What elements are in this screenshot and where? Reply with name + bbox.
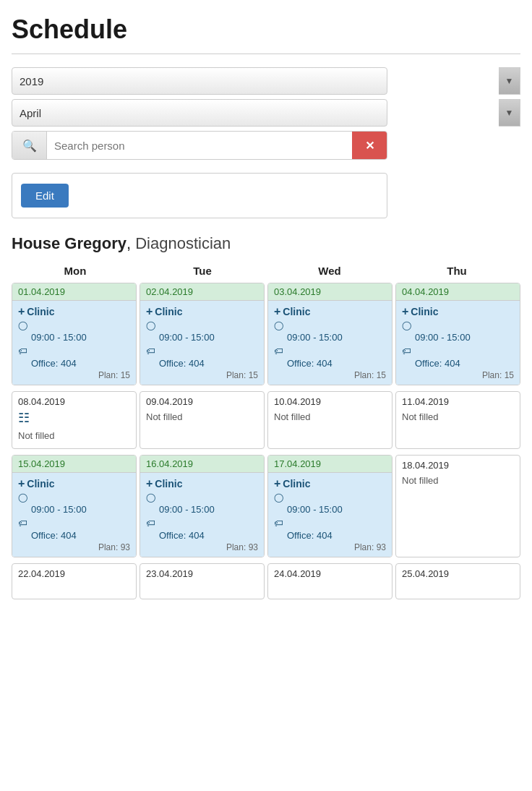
office-row-03-04: 🏷 [274,346,386,356]
clinic-15-04: + Clinic [18,477,130,490]
date-17-04: 17.04.2019 [274,458,386,469]
cell-15-04[interactable]: 15.04.2019 + Clinic ◯ 09:00 - 15:00 🏷 Of… [12,455,137,557]
cell-08-04[interactable]: 08.04.2019 ☷ Not filled [12,391,137,449]
cell-02-04[interactable]: 02.04.2019 + Clinic ◯ 09:00 - 15:00 🏷 Of… [140,283,265,385]
month-select-arrow: ▼ [499,99,520,127]
not-filled-11-04: Not filled [402,411,514,422]
cell-24-04[interactable]: 24.04.2019 [267,563,392,599]
time-row-03-04: ◯ [274,320,386,330]
office-16-04: Office: 404 [146,530,258,541]
date-04-04: 04.04.2019 [402,286,514,297]
plan-01-04: Plan: 15 [18,370,130,380]
time-row-17-04: ◯ [274,492,386,503]
search-input[interactable] [47,132,352,159]
edit-button[interactable]: Edit [21,184,69,208]
clock-icon-7: ◯ [274,492,283,503]
office-row-16-04: 🏷 [146,518,258,529]
cell-22-04[interactable]: 22.04.2019 [12,563,137,599]
cell-18-04[interactable]: 18.04.2019 Not filled [395,455,520,557]
cell-25-04[interactable]: 25.04.2019 [395,563,520,599]
header-thu: Thu [393,262,520,280]
person-title: House Gregory, Diagnostician [12,234,231,252]
clinic-02-04: + Clinic [146,305,258,318]
grid-header: Mon Tue Wed Thu [12,262,520,280]
week-row-1: 01.04.2019 + Clinic ◯ 09:00 - 15:00 🏷 Of… [12,283,520,385]
clinic-16-04: + Clinic [146,477,258,490]
office-01-04: Office: 404 [18,358,130,369]
tag-icon-6: 🏷 [146,518,155,529]
time-row-16-04: ◯ [146,492,258,503]
week-row-3: 15.04.2019 + Clinic ◯ 09:00 - 15:00 🏷 Of… [12,455,520,557]
time-03-04: 09:00 - 15:00 [274,332,386,343]
tag-icon-5: 🏷 [18,518,27,529]
cell-03-04[interactable]: 03.04.2019 + Clinic ◯ 09:00 - 15:00 🏷 Of… [267,283,392,385]
month-select[interactable]: April JanuaryFebruaryMarch MayJuneJuly A… [12,99,387,127]
time-row-01-04: ◯ [18,320,130,330]
date-08-04: 08.04.2019 [18,396,130,407]
clinic-17-04: + Clinic [274,477,386,490]
year-select[interactable]: 2019 2018 2020 [12,67,387,95]
office-02-04: Office: 404 [146,358,258,369]
year-select-arrow: ▼ [499,67,520,95]
time-row-02-04: ◯ [146,320,258,330]
office-17-04: Office: 404 [274,530,386,541]
cell-23-04[interactable]: 23.04.2019 [140,563,265,599]
clock-icon-4: ◯ [402,320,411,330]
plan-03-04: Plan: 15 [274,370,386,380]
year-select-wrapper: 2019 2018 2020 ▼ [12,67,520,95]
not-filled-08-04: Not filled [18,430,130,441]
cell-11-04[interactable]: 11.04.2019 Not filled [395,391,520,449]
office-row-02-04: 🏷 [146,346,258,356]
date-22-04: 22.04.2019 [18,568,130,579]
time-17-04: 09:00 - 15:00 [274,504,386,515]
plan-04-04: Plan: 15 [402,370,514,380]
date-16-04: 16.04.2019 [146,458,258,469]
week-row-2: 08.04.2019 ☷ Not filled 09.04.2019 Not f… [12,391,520,449]
date-02-04: 02.04.2019 [146,286,258,297]
date-09-04: 09.04.2019 [146,396,258,407]
search-button[interactable]: 🔍 [12,132,47,159]
date-25-04: 25.04.2019 [402,568,514,579]
table-icon-08-04: ☷ [18,410,130,426]
office-row-15-04: 🏷 [18,518,130,529]
header-tue: Tue [139,262,266,280]
clock-icon-3: ◯ [274,320,283,330]
date-10-04: 10.04.2019 [274,396,386,407]
not-filled-18-04: Not filled [402,475,514,486]
header-wed: Wed [266,262,393,280]
clear-search-button[interactable]: ✕ [352,132,387,159]
tag-icon-7: 🏷 [274,518,283,529]
time-02-04: 09:00 - 15:00 [146,332,258,343]
person-header: House Gregory, Diagnostician [12,234,520,253]
clinic-01-04: + Clinic [18,305,130,318]
cell-09-04[interactable]: 09.04.2019 Not filled [140,391,265,449]
office-03-04: Office: 404 [274,358,386,369]
cell-01-04[interactable]: 01.04.2019 + Clinic ◯ 09:00 - 15:00 🏷 Of… [12,283,137,385]
cell-16-04[interactable]: 16.04.2019 + Clinic ◯ 09:00 - 15:00 🏷 Of… [140,455,265,557]
plan-15-04: Plan: 93 [18,542,130,552]
office-row-04-04: 🏷 [402,346,514,356]
cell-17-04[interactable]: 17.04.2019 + Clinic ◯ 09:00 - 15:00 🏷 Of… [267,455,392,557]
month-select-wrapper: April JanuaryFebruaryMarch MayJuneJuly A… [12,99,520,127]
tag-icon-4: 🏷 [402,346,411,356]
plan-17-04: Plan: 93 [274,542,386,552]
date-18-04: 18.04.2019 [402,460,514,471]
clock-icon-2: ◯ [146,320,155,330]
page-title: Schedule [12,14,520,45]
office-15-04: Office: 404 [18,530,130,541]
time-row-04-04: ◯ [402,320,514,330]
office-row-17-04: 🏷 [274,518,386,529]
clock-icon-6: ◯ [146,492,155,503]
divider [12,54,520,54]
schedule-grid: Mon Tue Wed Thu 01.04.2019 + Clinic ◯ 09… [12,262,520,599]
tag-icon-3: 🏷 [274,346,283,356]
person-role: Diagnostician [135,234,231,252]
date-23-04: 23.04.2019 [146,568,258,579]
office-row-01-04: 🏷 [18,346,130,356]
cell-04-04[interactable]: 04.04.2019 + Clinic ◯ 09:00 - 15:00 🏷 Of… [395,283,520,385]
date-15-04: 15.04.2019 [18,458,130,469]
office-04-04: Office: 404 [402,358,514,369]
cell-10-04[interactable]: 10.04.2019 Not filled [267,391,392,449]
time-01-04: 09:00 - 15:00 [18,332,130,343]
close-icon: ✕ [365,139,374,153]
